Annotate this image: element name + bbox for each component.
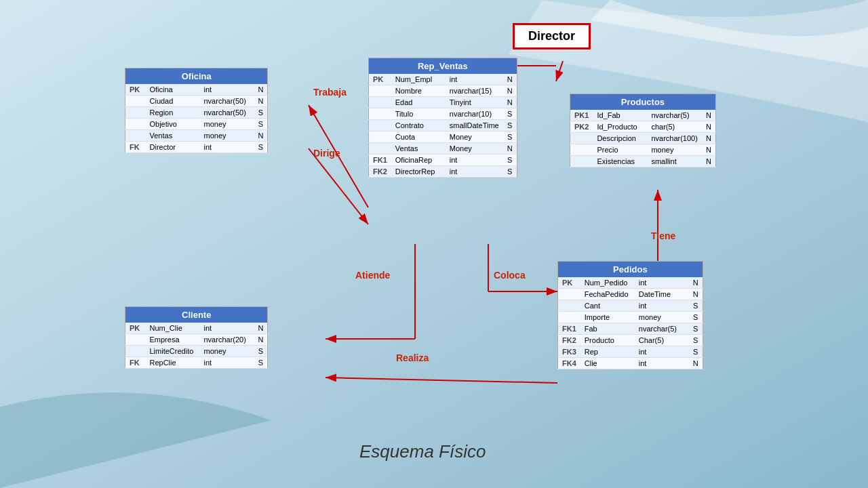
productos-row0-type: nvarchar(5) xyxy=(647,110,701,121)
rep_ventas-row0-key: PK xyxy=(369,74,391,85)
cliente-row1-null: N xyxy=(254,334,268,346)
oficina-row0-null: N xyxy=(254,84,268,96)
productos-row4-key xyxy=(570,156,593,167)
rep_ventas-row6-key xyxy=(369,143,391,155)
rep_ventas-row7-null: S xyxy=(503,155,517,166)
productos-row2-name: Descripcion xyxy=(593,133,647,144)
pedidos-row4-key: FK1 xyxy=(558,323,580,335)
cliente-row0-null: N xyxy=(254,323,268,334)
oficina-row2-key xyxy=(125,107,146,119)
cliente-row3-type: int xyxy=(200,357,254,369)
pedidos-row0-type: int xyxy=(635,277,689,289)
pedidos-row5-type: Char(5) xyxy=(635,335,689,346)
rep_ventas-row6-null: N xyxy=(503,143,517,155)
rep_ventas-row4-name: Contrato xyxy=(391,120,446,131)
productos-row3-null: N xyxy=(702,144,715,156)
cliente-row1-name: Empresa xyxy=(146,334,200,346)
pedidos-row7-key: FK4 xyxy=(558,358,580,369)
productos-row2-key xyxy=(570,133,593,144)
productos-row2-type: nvarchar(100) xyxy=(647,133,701,144)
oficina-row1-type: nvarchar(50) xyxy=(200,96,254,107)
rep_ventas-row1-null: N xyxy=(503,85,517,97)
oficina-row2-null: S xyxy=(254,107,268,119)
director-label: Director xyxy=(528,29,575,43)
productos-row3-name: Precio xyxy=(593,144,647,156)
pedidos-row5-name: Producto xyxy=(580,335,635,346)
rep_ventas-row3-null: S xyxy=(503,108,517,120)
productos-row3-type: money xyxy=(647,144,701,156)
pedidos-row7-null: N xyxy=(689,358,703,369)
cliente-row3-name: RepClie xyxy=(146,357,200,369)
productos-row4-null: N xyxy=(702,156,715,167)
rep_ventas-row1-key xyxy=(369,85,391,97)
pedidos-row7-type: int xyxy=(635,358,689,369)
rep_ventas-row5-null: S xyxy=(503,131,517,143)
pedidos-row1-key xyxy=(558,289,580,300)
rep_ventas-table: Rep_VentasPKNum_EmplintNNombrenvarchar(1… xyxy=(368,58,517,178)
pedidos-row0-key: PK xyxy=(558,277,580,289)
cliente-row3-null: S xyxy=(254,357,268,369)
oficina-row5-key: FK xyxy=(125,142,146,153)
rep_ventas-row7-name: OficinaRep xyxy=(391,155,446,166)
rep_ventas-row1-type: nvarchar(15) xyxy=(446,85,503,97)
rep_ventas-row3-name: Titulo xyxy=(391,108,446,120)
productos-row0-name: Id_Fab xyxy=(593,110,647,121)
pedidos-row6-key: FK3 xyxy=(558,346,580,358)
oficina-row2-name: Region xyxy=(146,107,200,119)
cliente-row0-key: PK xyxy=(125,323,146,334)
oficina-row3-type: money xyxy=(200,119,254,130)
cliente-row0-type: int xyxy=(200,323,254,334)
oficina-row0-type: int xyxy=(200,84,254,96)
pedidos-row2-name: Cant xyxy=(580,300,635,312)
svg-line-10 xyxy=(326,378,557,383)
rel-label-realiza: Realiza xyxy=(396,352,429,363)
rep_ventas-row8-type: int xyxy=(446,166,503,178)
pedidos-row5-null: S xyxy=(689,335,703,346)
rel-label-trabaja: Trabaja xyxy=(313,87,347,98)
oficina-row1-key xyxy=(125,96,146,107)
director-box: Director xyxy=(513,23,591,49)
pedidos-row5-key: FK2 xyxy=(558,335,580,346)
cliente-row0-name: Num_Clie xyxy=(146,323,200,334)
rep_ventas-row7-key: FK1 xyxy=(369,155,391,166)
rep_ventas-row4-type: smallDateTime xyxy=(446,120,503,131)
rep_ventas-row3-type: nvarchar(10) xyxy=(446,108,503,120)
pedidos-row4-type: nvarchar(5) xyxy=(635,323,689,335)
rep_ventas-row2-type: Tinyint xyxy=(446,97,503,108)
pedidos-row0-null: N xyxy=(689,277,703,289)
rep_ventas-row2-key xyxy=(369,97,391,108)
pedidos-row1-type: DateTime xyxy=(635,289,689,300)
rel-label-atiende: Atiende xyxy=(355,270,390,281)
pedidos-row1-name: FechaPedido xyxy=(580,289,635,300)
pedidos-row1-null: N xyxy=(689,289,703,300)
oficina-row5-type: int xyxy=(200,142,254,153)
oficina-row5-null: S xyxy=(254,142,268,153)
productos-title: Productos xyxy=(570,94,716,110)
productos-row3-key xyxy=(570,144,593,156)
rep_ventas-row8-key: FK2 xyxy=(369,166,391,178)
rep_ventas-row7-type: int xyxy=(446,155,503,166)
productos-row0-key: PK1 xyxy=(570,110,593,121)
pedidos-row6-name: Rep xyxy=(580,346,635,358)
rep_ventas-row4-key xyxy=(369,120,391,131)
rep_ventas-row0-null: N xyxy=(503,74,517,85)
rep_ventas-title: Rep_Ventas xyxy=(369,58,517,75)
rel-label-coloca: Coloca xyxy=(494,270,526,281)
pedidos-row2-type: int xyxy=(635,300,689,312)
cliente-row1-type: nvarchar(20) xyxy=(200,334,254,346)
oficina-row3-name: Objetivo xyxy=(146,119,200,130)
cliente-row3-key: FK xyxy=(125,357,146,369)
pedidos-row3-name: Importe xyxy=(580,312,635,323)
oficina-row1-name: Ciudad xyxy=(146,96,200,107)
rep_ventas-row6-name: Ventas xyxy=(391,143,446,155)
rep_ventas-row2-null: N xyxy=(503,97,517,108)
pedidos-row6-type: int xyxy=(635,346,689,358)
oficina-row0-key: PK xyxy=(125,84,146,96)
oficina-row1-null: N xyxy=(254,96,268,107)
oficina-row3-key xyxy=(125,119,146,130)
rep_ventas-row5-name: Cuota xyxy=(391,131,446,143)
pedidos-title: Pedidos xyxy=(558,262,703,278)
svg-line-4 xyxy=(309,148,368,224)
svg-line-5 xyxy=(556,61,563,81)
cliente-row2-key xyxy=(125,346,146,357)
